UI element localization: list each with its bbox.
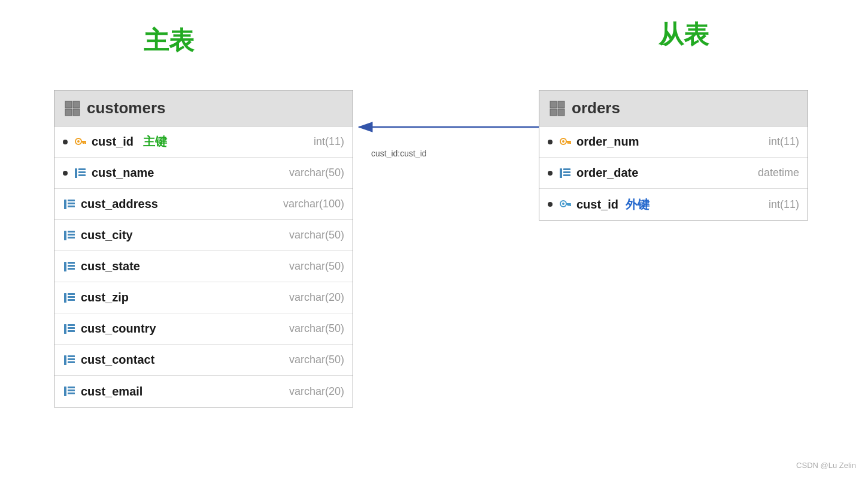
table-row: cust_country varchar(50) [54,313,353,345]
table-grid-icon [64,100,81,117]
svg-rect-24 [68,268,75,270]
table-row: cust_city varchar(50) [54,220,353,251]
svg-rect-37 [64,387,66,396]
field-icon [63,198,76,211]
svg-rect-32 [68,330,75,332]
field-name: cust_email [81,385,142,398]
svg-rect-51 [563,168,570,170]
table-row: order_date datetime [539,158,808,189]
table-row: cust_zip varchar(20) [54,282,353,313]
field-name: cust_state [81,259,140,273]
field-name: cust_contact [81,353,154,367]
field-type: int(11) [769,135,799,148]
svg-rect-12 [78,174,86,176]
svg-rect-48 [569,143,571,144]
svg-rect-1 [73,101,80,108]
dot-icon [548,202,553,207]
svg-rect-28 [68,299,75,301]
svg-rect-47 [566,141,571,143]
svg-rect-30 [68,324,75,326]
field-type: varchar(20) [289,291,344,304]
svg-rect-22 [68,262,75,264]
field-pk-label: 主键 [143,134,167,150]
svg-rect-44 [558,109,564,116]
table-row: cust_name varchar(50) [54,158,353,189]
field-fk-label: 外键 [626,197,650,213]
svg-rect-17 [64,231,66,240]
field-type: varchar(20) [289,385,344,398]
svg-rect-25 [64,293,66,303]
dot-icon [548,140,553,144]
svg-rect-34 [68,355,75,357]
field-name: cust_zip [81,291,129,304]
field-type: varchar(50) [289,322,344,335]
customers-table-header: customers [54,90,353,126]
field-type: datetime [758,167,799,179]
field-icon [63,229,76,242]
svg-rect-39 [68,390,75,391]
svg-rect-6 [81,141,86,143]
table-row: cust_id 主键 int(11) [54,126,353,158]
dot-icon [63,171,68,176]
field-icon [559,167,572,180]
field-name: order_num [576,135,639,149]
field-type: varchar(50) [289,229,344,241]
svg-rect-26 [68,293,75,295]
svg-rect-15 [68,203,75,204]
table-grid-icon [549,100,566,117]
table-row: order_num int(11) [539,126,808,158]
svg-rect-36 [68,361,75,363]
field-name: cust_name [92,166,154,180]
svg-rect-20 [68,237,75,238]
field-name: cust_id [576,198,618,212]
svg-rect-18 [68,231,75,233]
svg-rect-8 [83,143,84,144]
field-name: cust_id [92,135,133,149]
svg-rect-53 [563,174,570,176]
svg-rect-3 [73,109,80,116]
svg-rect-43 [550,109,557,116]
table-row: cust_id 外键 int(11) [539,189,808,220]
field-name: order_date [576,166,638,180]
svg-rect-33 [64,355,66,365]
svg-rect-58 [567,205,569,206]
svg-rect-52 [563,171,570,173]
field-icon [63,291,76,304]
svg-rect-23 [68,265,75,267]
svg-rect-14 [68,200,75,201]
table-row: cust_address varchar(100) [54,189,353,220]
svg-point-46 [562,140,564,143]
field-type: varchar(50) [289,354,344,366]
svg-rect-56 [566,203,571,205]
orders-table-header: orders [539,90,808,126]
field-name: cust_address [81,197,158,211]
field-type: varchar(50) [289,167,344,179]
svg-rect-0 [65,101,72,108]
svg-rect-27 [68,296,75,298]
svg-rect-29 [64,324,66,334]
field-icon [74,167,87,180]
field-icon [63,260,76,273]
table-row: cust_state varchar(50) [54,251,353,282]
field-type: varchar(50) [289,260,344,273]
svg-rect-10 [78,168,86,170]
sub-table-label: 从表 [658,18,709,52]
field-type: int(11) [314,135,344,148]
arrow-label: cust_id:cust_id [371,149,427,158]
svg-rect-57 [569,205,571,206]
orders-table: orders order_num int(11) orde [539,90,808,221]
key-foreign-icon [559,198,572,211]
svg-rect-49 [567,143,569,144]
svg-rect-38 [68,387,75,388]
svg-rect-2 [65,109,72,116]
svg-rect-16 [68,206,75,207]
orders-table-title: orders [572,99,620,117]
main-table-label: 主表 [144,24,194,58]
key-primary-icon [559,135,572,149]
svg-point-55 [562,203,564,205]
key-primary-icon [74,135,87,149]
field-name: cust_country [81,322,156,336]
svg-rect-7 [84,143,86,144]
svg-rect-11 [78,171,86,173]
dot-icon [548,171,553,176]
